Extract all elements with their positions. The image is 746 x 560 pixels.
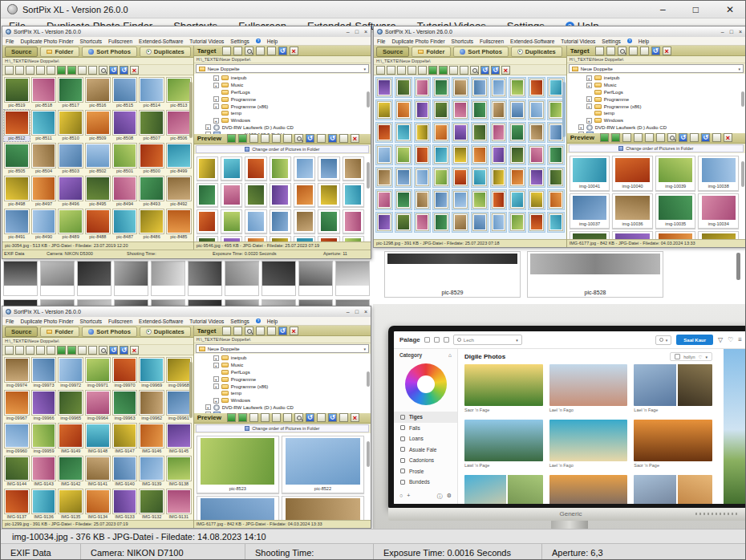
- magnifier-icon[interactable]: [294, 413, 303, 422]
- preview-thumb[interactable]: [221, 156, 242, 181]
- photo-thumb[interactable]: pic-8491: [4, 209, 30, 240]
- photo-thumb[interactable]: [375, 77, 393, 98]
- heart-icon[interactable]: ♡: [728, 336, 733, 344]
- preview-thumb[interactable]: [294, 236, 315, 241]
- close-button[interactable]: ×: [364, 309, 367, 314]
- sidebar-item-falls[interactable]: Falls: [394, 423, 457, 434]
- bw-photo-card[interactable]: [151, 261, 185, 296]
- photo-thumb[interactable]: IMG-9141: [85, 456, 111, 487]
- photo-thumb[interactable]: [471, 212, 489, 233]
- monitor-icon[interactable]: [267, 327, 276, 335]
- expand-toggle[interactable]: -: [205, 412, 211, 413]
- photo-thumb[interactable]: [490, 99, 508, 120]
- tab-source[interactable]: Source: [376, 47, 409, 57]
- preview-thumb[interactable]: img-10036: [612, 193, 653, 229]
- photo-thumb[interactable]: [490, 167, 508, 188]
- menu-item[interactable]: Help: [267, 39, 278, 44]
- tree-item[interactable]: +Music: [194, 82, 371, 89]
- menu-item[interactable]: Duplicate Photo Finder: [20, 319, 73, 324]
- menu-item[interactable]: Shortcuts: [452, 39, 473, 44]
- photo-thumb[interactable]: [528, 99, 545, 120]
- bw-photo-card[interactable]: [188, 299, 222, 306]
- magnifier-icon[interactable]: [667, 133, 676, 142]
- topbar-tool-icon[interactable]: [434, 337, 440, 343]
- photo-thumb[interactable]: pic-8487: [112, 209, 138, 240]
- photo-thumb[interactable]: pic-8494: [112, 176, 138, 207]
- link-folder-icon[interactable]: [233, 327, 242, 335]
- bw-photo-card[interactable]: [151, 299, 185, 306]
- tree-item[interactable]: +Programme (x86): [194, 383, 371, 390]
- photo-thumb[interactable]: IMG-9138: [166, 456, 192, 487]
- tree-item[interactable]: PerfLogs: [194, 89, 371, 96]
- preview-thumb[interactable]: [221, 236, 242, 241]
- expand-toggle[interactable]: +: [205, 404, 211, 410]
- tree-item[interactable]: +DVD-RW Laufwerk (D:) Audio CD: [194, 124, 371, 132]
- photo-thumb[interactable]: pic-8492: [166, 176, 192, 207]
- preview-scrollbar[interactable]: [367, 162, 370, 189]
- tab-duplicates[interactable]: Duplicates: [140, 327, 191, 337]
- photo-thumb[interactable]: pic-8516: [85, 77, 111, 108]
- bw-photo-card[interactable]: [77, 299, 111, 306]
- menu-item[interactable]: Shortcuts: [80, 319, 102, 324]
- photo-thumb[interactable]: pic-8508: [112, 110, 138, 141]
- photo-thumb[interactable]: IMG-9136: [31, 489, 57, 520]
- magnifier-icon[interactable]: [294, 134, 303, 143]
- photo-thumb[interactable]: pic-8500: [139, 143, 164, 174]
- photo-thumb[interactable]: [375, 167, 393, 188]
- delete-icon[interactable]: ×: [290, 327, 298, 335]
- select-all-icon[interactable]: [5, 346, 14, 355]
- photo-thumb[interactable]: [414, 189, 432, 210]
- tree-item[interactable]: -nmserver (\\192.168.0.2) (H:): [194, 411, 371, 413]
- preview-thumb[interactable]: [197, 209, 218, 233]
- grid-scrollbar[interactable]: [189, 82, 193, 138]
- maximize-button[interactable]: □: [730, 29, 733, 34]
- refresh-icon[interactable]: ↺: [278, 327, 287, 335]
- topbar-tool-icon[interactable]: [424, 337, 430, 343]
- tree-scrollbar[interactable]: [367, 371, 370, 387]
- thumbnail-size-icon[interactable]: [36, 66, 45, 75]
- bw-wide-card[interactable]: pic-8528: [527, 251, 663, 298]
- bw-photo-card[interactable]: [335, 299, 370, 306]
- photo-thumb[interactable]: [452, 144, 469, 165]
- select-all-icon[interactable]: [5, 66, 14, 75]
- sidebar-item-prosle[interactable]: Prosle: [394, 466, 457, 477]
- target-folder-dropdown[interactable]: Neue Doppelte▾: [196, 344, 369, 353]
- photo-thumb[interactable]: [490, 212, 508, 233]
- photo-thumb[interactable]: img-09971: [85, 357, 111, 388]
- photo-thumb[interactable]: [547, 189, 565, 210]
- photo-thumb[interactable]: IMG-9140: [112, 456, 138, 487]
- gallery-photo-card[interactable]: Lawl 'n Page: [464, 420, 543, 469]
- gallery-photo-card[interactable]: Lael 'n Fago: [549, 364, 628, 413]
- refresh-icon[interactable]: ↺: [120, 66, 128, 75]
- preview-thumb[interactable]: img-10033: [570, 231, 610, 240]
- menu-item[interactable]: Extended-Software: [510, 39, 554, 44]
- menu-item[interactable]: Duplicate Photo Finder: [20, 39, 73, 44]
- photo-thumb[interactable]: [375, 144, 393, 165]
- preview-thumb[interactable]: [318, 183, 339, 207]
- preview-thumb[interactable]: img-10031: [655, 231, 696, 240]
- bw-wide-card[interactable]: pic-8529: [384, 251, 521, 298]
- photo-thumb[interactable]: pic-8515: [112, 77, 138, 108]
- tree-item[interactable]: +inetpub: [194, 355, 371, 362]
- tree-item[interactable]: +Music: [567, 82, 745, 89]
- preview-scrollbar[interactable]: [367, 441, 370, 467]
- bw-photo-card[interactable]: [77, 261, 111, 296]
- photo-thumb[interactable]: IMG-9135: [58, 489, 83, 520]
- new-folder-icon[interactable]: [595, 47, 604, 55]
- open-folder-icon[interactable]: [629, 47, 638, 55]
- gallery-photo-card[interactable]: [549, 475, 628, 504]
- photo-thumb[interactable]: img-09967: [4, 390, 30, 421]
- preview-thumb[interactable]: [318, 236, 339, 241]
- bw-photo-card[interactable]: [114, 299, 148, 306]
- bw-photo-card[interactable]: [40, 261, 75, 296]
- add-icon[interactable]: +: [407, 493, 410, 501]
- photo-thumb[interactable]: [452, 122, 469, 143]
- photo-thumb[interactable]: pic-8488: [85, 209, 111, 240]
- menu-item[interactable]: File: [6, 319, 14, 324]
- change-order-bar[interactable]: Change order of Pictures in Folder: [569, 144, 744, 152]
- delete-icon[interactable]: ×: [290, 47, 298, 55]
- preview-thumb[interactable]: [318, 209, 339, 233]
- photo-thumb[interactable]: pic-8510: [58, 110, 83, 141]
- photo-thumb[interactable]: pic-8513: [166, 77, 192, 108]
- photo-thumb[interactable]: [528, 144, 545, 165]
